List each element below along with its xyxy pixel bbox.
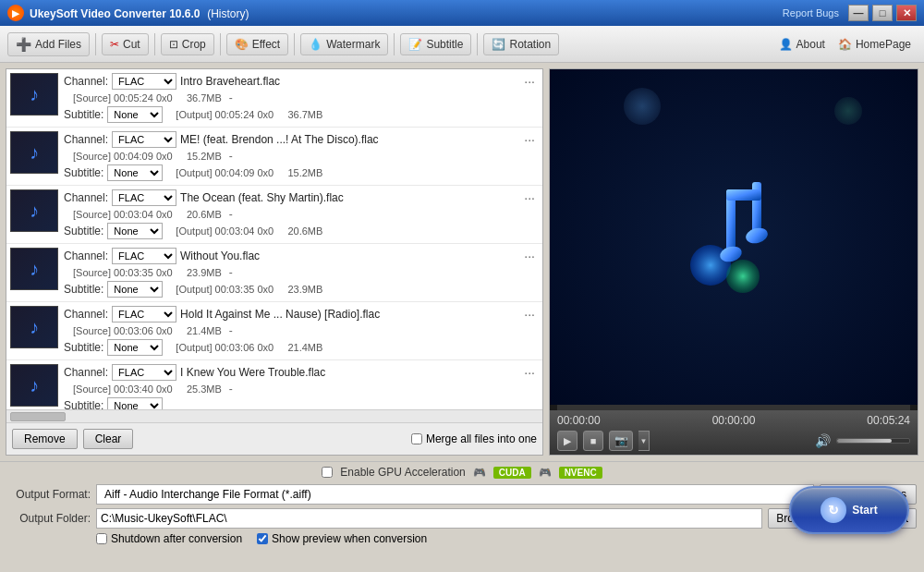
add-files-button[interactable]: ➕ Add Files xyxy=(7,32,90,56)
preview-checkbox[interactable] xyxy=(257,533,268,544)
channel-select[interactable]: FLAC xyxy=(112,364,176,381)
file-info: Channel: FLAC ME! (feat. Brendon ...! At… xyxy=(64,131,539,181)
start-button[interactable]: ↻ Start xyxy=(789,486,909,534)
scrollbar-thumb[interactable] xyxy=(10,412,66,421)
gpu-acceleration-checkbox[interactable] xyxy=(322,467,333,478)
table-row: ♪ Channel: FLAC Intro Braveheart.flac ··… xyxy=(6,69,542,128)
music-note-icon: ♪ xyxy=(30,317,39,338)
about-button[interactable]: 👤 About xyxy=(773,34,831,55)
more-options-button[interactable]: ··· xyxy=(520,190,539,205)
channel-select[interactable]: FLAC xyxy=(112,73,176,90)
subtitle-select[interactable]: None xyxy=(107,397,163,409)
source-meta: [Source] 00:05:24 0x0 36.7MB xyxy=(73,92,222,103)
file-list-scroll[interactable]: ♪ Channel: FLAC Intro Braveheart.flac ··… xyxy=(6,69,542,409)
source-row: [Source] 00:03:40 0x0 25.3MB - xyxy=(73,383,539,396)
merge-text: Merge all files into one xyxy=(426,432,537,445)
subtitle-select[interactable]: None xyxy=(107,223,163,239)
effect-button[interactable]: 🎨 Effect xyxy=(226,33,288,55)
output-format-select[interactable]: Aiff - Audio Interchange File Format (*.… xyxy=(96,484,814,505)
more-options-button[interactable]: ··· xyxy=(520,132,539,147)
channel-select[interactable]: FLAC xyxy=(112,306,176,323)
report-bugs-link[interactable]: Report Bugs xyxy=(783,7,839,18)
watermark-icon: 💧 xyxy=(309,38,322,51)
toolbar-separator-2 xyxy=(154,33,155,55)
output-meta: [Output] 00:03:35 0x0 23.9MB xyxy=(176,284,322,295)
subtitle-button[interactable]: 📝 Subtitle xyxy=(400,33,471,55)
subtitle-label: Subtitle: xyxy=(64,166,103,179)
channel-label: Channel: xyxy=(64,133,108,146)
preview-option[interactable]: Show preview when conversion xyxy=(257,532,427,545)
output-format-row: Output Format: Aiff - Audio Interchange … xyxy=(7,484,917,505)
table-row: ♪ Channel: FLAC I Knew You Were Trouble.… xyxy=(6,360,542,409)
bottom-wrapper: Enable GPU Acceleration 🎮 CUDA 🎮 NVENC O… xyxy=(0,461,924,549)
preview-label: Show preview when conversion xyxy=(272,532,427,545)
rotation-button[interactable]: 🔄 Rotation xyxy=(483,33,559,55)
horizontal-scrollbar[interactable] xyxy=(6,409,542,422)
cut-button[interactable]: ✂ Cut xyxy=(102,33,149,55)
source-meta: [Source] 00:04:09 0x0 15.2MB xyxy=(73,151,222,162)
more-options-button[interactable]: ··· xyxy=(520,249,539,263)
table-row: ♪ Channel: FLAC ME! (feat. Brendon ...! … xyxy=(6,128,542,186)
output-meta: [Output] 00:04:09 0x0 15.2MB xyxy=(176,167,322,178)
output-folder-label: Output Folder: xyxy=(7,512,91,525)
stop-button[interactable]: ■ xyxy=(583,431,603,451)
channel-label: Channel: xyxy=(64,366,108,379)
clear-button[interactable]: Clear xyxy=(83,429,134,449)
output-folder-row: Output Folder: Browse... Open Output xyxy=(7,508,917,529)
subtitle-row: Subtitle: None [Output] 00:03:06 0x0 21.… xyxy=(64,339,539,356)
dash: - xyxy=(225,208,237,221)
channel-label: Channel: xyxy=(64,75,108,88)
shutdown-checkbox[interactable] xyxy=(96,533,107,544)
screenshot-button[interactable]: 📷 xyxy=(609,431,633,451)
file-info: Channel: FLAC The Ocean (feat. Shy Marti… xyxy=(64,189,539,239)
start-icon: ↻ xyxy=(821,497,846,523)
more-options-button[interactable]: ··· xyxy=(520,307,539,322)
toolbar: ➕ Add Files ✂ Cut ⊡ Crop 🎨 Effect 💧 Wate… xyxy=(0,26,924,63)
remove-button[interactable]: Remove xyxy=(12,429,78,449)
subtitle-label: Subtitle: xyxy=(64,283,103,296)
screenshot-dropdown[interactable]: ▼ xyxy=(638,431,650,451)
minimize-button[interactable]: — xyxy=(848,5,869,21)
maximize-button[interactable]: □ xyxy=(872,5,893,21)
merge-checkbox[interactable] xyxy=(411,433,422,444)
channel-select[interactable]: FLAC xyxy=(112,131,176,148)
output-folder-input[interactable] xyxy=(96,508,762,529)
volume-slider[interactable] xyxy=(836,438,910,444)
time-total: 00:05:24 xyxy=(867,414,910,427)
more-options-button[interactable]: ··· xyxy=(520,365,539,380)
home-icon: 🏠 xyxy=(838,38,852,51)
start-button-container: ↻ Start xyxy=(789,486,909,534)
crop-button[interactable]: ⊡ Crop xyxy=(161,33,214,55)
subtitle-select[interactable]: None xyxy=(107,164,163,181)
homepage-button[interactable]: 🏠 HomePage xyxy=(833,34,917,55)
source-row: [Source] 00:03:06 0x0 21.4MB - xyxy=(73,324,539,337)
file-thumbnail: ♪ xyxy=(10,248,58,290)
source-meta: [Source] 00:03:04 0x0 20.6MB xyxy=(73,209,222,220)
file-name: I Knew You Were Trouble.flac xyxy=(180,366,517,379)
volume-icon: 🔊 xyxy=(815,433,831,448)
controls-row: ▶ ■ 📷 ▼ 🔊 xyxy=(557,431,910,451)
subtitle-select[interactable]: None xyxy=(107,281,163,298)
crop-icon: ⊡ xyxy=(169,38,178,51)
watermark-button[interactable]: 💧 Watermark xyxy=(300,33,388,55)
file-row-1: Channel: FLAC Without You.flac ··· xyxy=(64,248,539,264)
file-row-1: Channel: FLAC Intro Braveheart.flac ··· xyxy=(64,73,539,90)
music-icon-svg xyxy=(660,173,808,302)
gpu-label: Enable GPU Acceleration xyxy=(340,466,465,479)
channel-select[interactable]: FLAC xyxy=(112,248,176,264)
file-thumbnail: ♪ xyxy=(10,189,58,232)
merge-label[interactable]: Merge all files into one xyxy=(411,432,537,445)
subtitle-select[interactable]: None xyxy=(107,106,163,123)
music-note-icon: ♪ xyxy=(30,201,39,222)
close-button[interactable]: ✕ xyxy=(896,5,917,21)
subtitle-label: Subtitle: xyxy=(64,108,103,121)
play-button[interactable]: ▶ xyxy=(557,431,578,451)
file-thumbnail: ♪ xyxy=(10,131,58,174)
more-options-button[interactable]: ··· xyxy=(520,74,539,89)
subtitle-select[interactable]: None xyxy=(107,339,163,356)
shutdown-option[interactable]: Shutdown after conversion xyxy=(96,532,242,545)
gpu-row: Enable GPU Acceleration 🎮 CUDA 🎮 NVENC xyxy=(7,466,917,479)
music-note-icon: ♪ xyxy=(30,84,39,105)
channel-select[interactable]: FLAC xyxy=(112,189,176,206)
source-row: [Source] 00:03:04 0x0 20.6MB - xyxy=(73,208,539,221)
